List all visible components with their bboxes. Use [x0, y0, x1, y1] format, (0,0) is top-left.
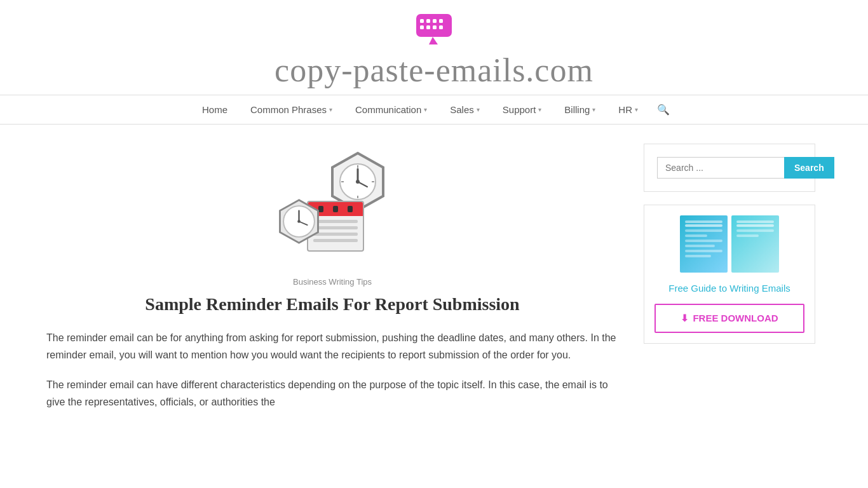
search-widget: Search — [644, 144, 815, 192]
nav-communication[interactable]: Communication ▾ — [344, 95, 438, 124]
chevron-down-icon: ▾ — [477, 106, 480, 113]
article-illustration — [269, 144, 396, 258]
nav-hr[interactable]: HR ▾ — [607, 95, 649, 124]
download-icon: ⬇ — [681, 313, 689, 323]
sidebar: Search — [644, 144, 815, 423]
svg-marker-9 — [429, 37, 438, 44]
main-content: Business Writing Tips Sample Reminder Em… — [46, 144, 618, 423]
nav-sales[interactable]: Sales ▾ — [438, 95, 491, 124]
round-clock — [275, 198, 323, 245]
chevron-down-icon: ▾ — [329, 106, 332, 113]
download-button[interactable]: ⬇FREE DOWNLOAD — [654, 304, 804, 333]
svg-rect-3 — [433, 19, 437, 23]
guide-widget: Free Guide to Writing Emails ⬇FREE DOWNL… — [644, 205, 815, 344]
nav-home-label: Home — [202, 104, 227, 115]
svg-rect-5 — [420, 25, 424, 29]
guide-img-left — [680, 215, 728, 273]
chevron-down-icon: ▾ — [635, 106, 638, 113]
article-paragraph-2: The reminder email can have different ch… — [46, 376, 618, 410]
nav-hr-label: HR — [618, 104, 632, 115]
site-header: copy-paste-emails.com — [0, 0, 868, 95]
svg-rect-8 — [439, 25, 443, 29]
article-image — [46, 144, 618, 267]
chevron-down-icon: ▾ — [424, 106, 427, 113]
svg-rect-2 — [426, 19, 430, 23]
guide-image — [654, 215, 804, 273]
nav-support[interactable]: Support ▾ — [491, 95, 553, 124]
article-category: Business Writing Tips — [46, 277, 618, 287]
main-nav: Home Common Phrases ▾ Communication ▾ Sa… — [0, 95, 868, 125]
nav-home[interactable]: Home — [191, 95, 239, 124]
nav-communication-label: Communication — [355, 104, 421, 115]
svg-point-23 — [297, 220, 301, 223]
nav-billing-label: Billing — [564, 104, 590, 115]
article-paragraph-1: The reminder email can be for anything f… — [46, 329, 618, 363]
guide-link[interactable]: Free Guide to Writing Emails — [654, 283, 804, 294]
guide-img-right-top — [731, 215, 779, 273]
article-body: The reminder email can be for anything f… — [46, 329, 618, 411]
nav-common-phrases[interactable]: Common Phrases ▾ — [239, 95, 344, 124]
nav-billing[interactable]: Billing ▾ — [553, 95, 607, 124]
site-logo-icon — [415, 13, 453, 48]
search-icon[interactable]: 🔍 — [649, 95, 677, 124]
svg-rect-1 — [420, 19, 424, 23]
search-input[interactable] — [657, 157, 784, 179]
chevron-down-icon: ▾ — [592, 106, 595, 113]
nav-common-phrases-label: Common Phrases — [250, 104, 327, 115]
content-wrapper: Business Writing Tips Sample Reminder Em… — [34, 125, 834, 442]
chevron-down-icon: ▾ — [538, 106, 541, 113]
svg-point-14 — [356, 180, 360, 184]
svg-rect-7 — [433, 25, 437, 29]
svg-rect-4 — [439, 19, 443, 23]
nav-sales-label: Sales — [450, 104, 474, 115]
search-button[interactable]: Search — [784, 157, 834, 179]
svg-rect-6 — [426, 25, 430, 29]
nav-support-label: Support — [503, 104, 536, 115]
site-title: copy-paste-emails.com — [0, 52, 868, 88]
article-title: Sample Reminder Emails For Report Submis… — [46, 293, 618, 316]
